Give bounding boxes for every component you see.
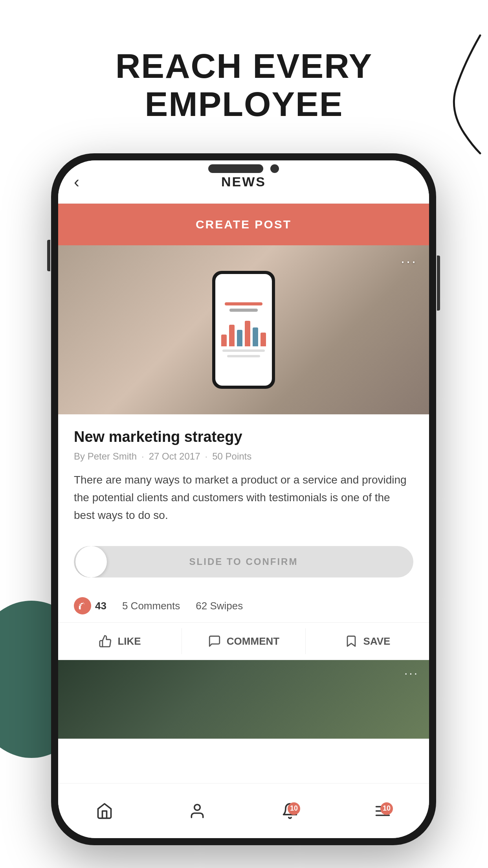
post-image: ··· <box>58 245 429 414</box>
like-button[interactable]: LIKE <box>58 623 182 660</box>
second-post-options[interactable]: ··· <box>404 666 419 680</box>
notifications-badge: 10 <box>288 802 300 815</box>
nav-profile[interactable] <box>151 801 244 821</box>
post-date: 27 Oct 2017 <box>149 451 200 462</box>
phone-power-button <box>437 256 440 311</box>
post-body: New marketing strategy By Peter Smith · … <box>58 414 429 546</box>
profile-icon <box>187 801 207 821</box>
comment-button[interactable]: COMMENT <box>182 623 305 660</box>
post-stats-row: 43 5 Comments 62 Swipes <box>58 589 429 623</box>
phone-camera <box>270 164 279 173</box>
post-title: New marketing strategy <box>74 428 413 445</box>
comment-label: COMMENT <box>227 635 279 647</box>
slide-confirm-wrapper: SLIDE TO CONFIRM <box>74 546 413 577</box>
page-headline: REACH EVERY EMPLOYEE <box>0 47 488 123</box>
like-filled-icon <box>74 597 91 614</box>
mini-chart <box>221 315 266 346</box>
like-label: LIKE <box>117 635 141 647</box>
post-action-bar: LIKE COMMENT <box>58 623 429 660</box>
post-author: By Peter Smith <box>74 451 137 462</box>
post-points: 50 Points <box>212 451 251 462</box>
phone-volume-button <box>47 240 50 271</box>
save-button[interactable]: SAVE <box>306 623 429 660</box>
svg-point-0 <box>194 804 200 810</box>
news-feed: ··· New marketing strategy By Peter Smit… <box>58 245 429 783</box>
slide-confirm-control[interactable]: SLIDE TO CONFIRM <box>74 546 413 577</box>
screen-title: NEWS <box>221 174 266 189</box>
meta-dot-1: · <box>141 451 144 462</box>
nav-home[interactable] <box>58 801 151 821</box>
likes-count: 43 <box>95 600 106 612</box>
phone-notch <box>208 164 279 173</box>
headline-line2: EMPLOYEE <box>145 85 343 123</box>
post-content: There are many ways to market a product … <box>74 471 413 524</box>
headline-line1: REACH EVERY <box>116 46 372 85</box>
slide-label: SLIDE TO CONFIRM <box>107 556 380 567</box>
post-options-button[interactable]: ··· <box>401 253 417 270</box>
save-label: SAVE <box>363 635 391 647</box>
menu-badge: 10 <box>380 802 393 815</box>
comments-stat: 5 Comments <box>122 600 180 612</box>
create-post-button[interactable]: CREATE POST <box>58 204 429 245</box>
phone-mockup: ‹ NEWS CREATE POST <box>51 153 436 845</box>
bottom-navigation: 10 10 <box>58 783 429 838</box>
slide-handle[interactable] <box>75 546 107 577</box>
back-button[interactable]: ‹ <box>74 173 79 191</box>
post-image-bg <box>58 245 429 414</box>
nav-notifications[interactable]: 10 <box>244 801 336 821</box>
second-post-image: ··· <box>58 660 429 739</box>
post-illustration <box>204 263 283 397</box>
swipes-stat: 62 Swipes <box>196 600 243 612</box>
post-card: ··· New marketing strategy By Peter Smit… <box>58 245 429 739</box>
phone-speaker <box>208 164 263 173</box>
likes-stat: 43 <box>74 597 106 614</box>
meta-dot-2: · <box>205 451 208 462</box>
nav-menu[interactable]: 10 <box>336 801 429 821</box>
post-meta: By Peter Smith · 27 Oct 2017 · 50 Points <box>74 451 413 462</box>
phone-screen: ‹ NEWS CREATE POST <box>58 160 429 838</box>
home-icon <box>94 801 115 821</box>
